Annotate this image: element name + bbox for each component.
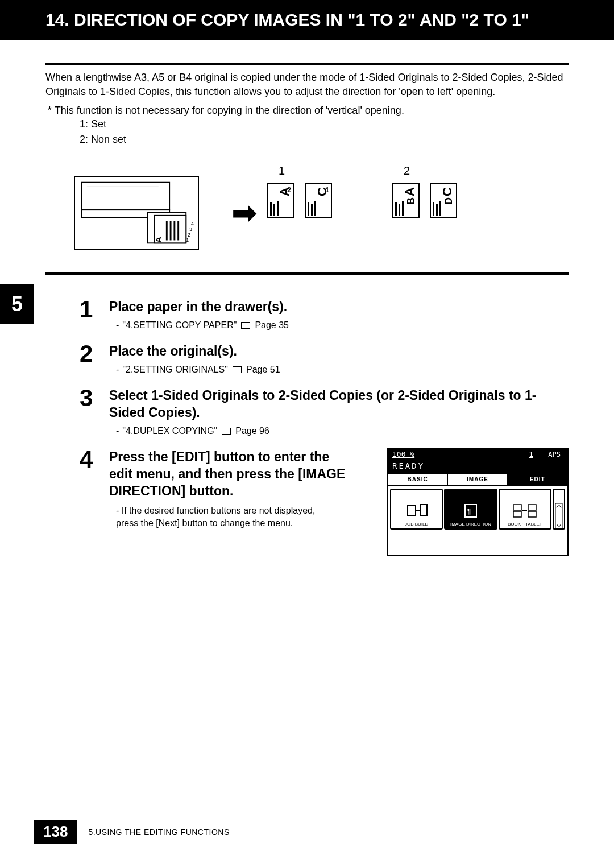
diagram-label-2: 2 — [404, 164, 410, 177]
image-direction-button[interactable]: ¶ IMAGE DIRECTION — [444, 489, 497, 530]
book-icon — [233, 366, 242, 373]
svg-rect-20 — [528, 505, 536, 510]
minipage-c: C D — [430, 183, 457, 218]
minipage-c3: C 4 — [305, 183, 332, 218]
step-1: 1 Place paper in the drawer(s). "4.SETTI… — [80, 297, 569, 330]
note-items: 1: Set 2: Non set — [45, 117, 569, 147]
copy-count: 1 — [529, 450, 533, 458]
page-group-2: A B C D — [392, 183, 457, 218]
aps-badge: APS — [548, 450, 561, 458]
step-reference: "2.SETTING ORIGINALS" Page 51 — [109, 365, 569, 375]
scroll-icon — [554, 505, 564, 527]
diagram: 1 2 A 1 2 3 4 ➡ A — [74, 164, 569, 261]
step-reference: "4.SETTING COPY PAPER" Page 35 — [109, 320, 569, 330]
svg-text:A: A — [154, 237, 163, 243]
svg-rect-22 — [555, 503, 562, 528]
book-icon — [241, 322, 250, 329]
minipage-a: A B — [392, 183, 420, 218]
step-title: Select 1-Sided Originals to 2-Sided Copi… — [109, 387, 569, 421]
minipage-a1: A 2 — [267, 183, 294, 218]
step-title: Press the [EDIT] button to enter the edi… — [109, 449, 348, 500]
book-tablet-icon — [500, 500, 550, 522]
job-build-icon — [391, 500, 442, 522]
steps-list: 1 Place paper in the drawer(s). "4.SETTI… — [45, 275, 569, 530]
step-3: 3 Select 1-Sided Originals to 2-Sided Co… — [80, 386, 569, 436]
step-number: 4 — [80, 448, 100, 530]
screen-function-row: JOB BUILD ¶ IMAGE DIRECTION BOOK↔TABLET — [388, 486, 567, 532]
page-footer: 138 5.USING THE EDITING FUNCTIONS — [34, 820, 230, 844]
note-text: * This function is not necessary for cop… — [45, 105, 569, 117]
svg-rect-18 — [513, 505, 521, 510]
svg-rect-15 — [420, 505, 427, 516]
step-title: Place the original(s). — [109, 343, 569, 360]
tab-image[interactable]: IMAGE — [447, 474, 507, 486]
step-note: If the desired function buttons are not … — [109, 505, 337, 530]
step-4: 4 Press the [EDIT] button to enter the e… — [80, 448, 569, 530]
screen-status-bar: 100 % 1 APS READY — [388, 449, 567, 474]
tab-edit[interactable]: EDIT — [508, 474, 567, 486]
note-item-2: 2: Non set — [80, 132, 569, 147]
rule-top — [45, 63, 569, 65]
svg-text:1: 1 — [186, 238, 189, 243]
step-number: 2 — [80, 342, 100, 375]
svg-rect-21 — [528, 511, 536, 517]
copier-screen: 100 % 1 APS READY BASIC IMAGE EDIT JOB — [387, 448, 569, 556]
step-reference: "4.DUPLEX COPYING" Page 96 — [109, 426, 569, 436]
svg-text:¶: ¶ — [467, 507, 471, 515]
section-title: 14. DIRECTION OF COPY IMAGES IN "1 TO 2"… — [45, 10, 529, 29]
chapter-tab: 5 — [0, 284, 34, 324]
image-direction-icon: ¶ — [445, 500, 496, 522]
svg-text:4: 4 — [191, 221, 194, 227]
page-number: 138 — [34, 820, 77, 844]
intro-text: When a lengthwise A3, A5 or B4 original … — [45, 71, 569, 99]
zoom-percent: 100 % — [392, 450, 414, 458]
step-number: 1 — [80, 297, 100, 330]
step-number: 3 — [80, 386, 100, 436]
diagram-label-1: 1 — [279, 164, 285, 177]
svg-text:2: 2 — [188, 232, 190, 238]
step-title: Place paper in the drawer(s). — [109, 299, 569, 316]
book-icon — [222, 428, 231, 435]
step-2: 2 Place the original(s). "2.SETTING ORIG… — [80, 342, 569, 375]
arrow-icon: ➡ — [232, 196, 257, 230]
scroll-button[interactable] — [553, 489, 565, 530]
ready-label: READY — [392, 461, 425, 470]
note-item-1: 1: Set — [80, 117, 569, 132]
book-tablet-button[interactable]: BOOK↔TABLET — [499, 489, 551, 530]
footer-chapter-text: 5.USING THE EDITING FUNCTIONS — [88, 828, 229, 837]
screen-tabs: BASIC IMAGE EDIT — [388, 474, 567, 486]
page-group-1: A 2 C 4 — [267, 183, 332, 218]
svg-rect-19 — [513, 511, 521, 517]
job-build-button[interactable]: JOB BUILD — [390, 489, 443, 530]
section-header: 14. DIRECTION OF COPY IMAGES IN "1 TO 2"… — [0, 0, 614, 40]
svg-text:3: 3 — [189, 226, 192, 232]
printer-illustration: A 1 2 3 4 — [74, 176, 199, 250]
svg-rect-14 — [408, 506, 416, 516]
tab-basic[interactable]: BASIC — [388, 474, 447, 486]
